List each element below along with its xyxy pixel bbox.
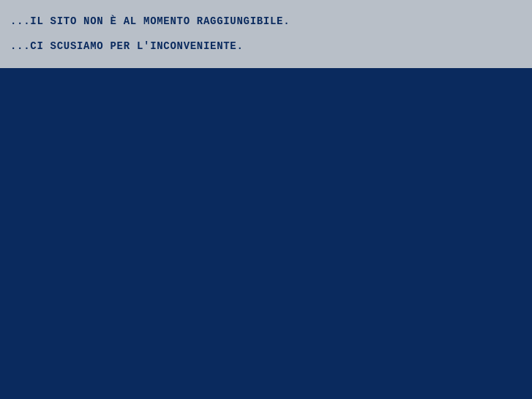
message-line-2: ...CI SCUSIAMO PER L'INCONVENIENTE. bbox=[10, 38, 522, 54]
message-box: ...IL SITO NON È AL MOMENTO RAGGIUNGIBIL… bbox=[0, 0, 532, 68]
message-line-1: ...IL SITO NON È AL MOMENTO RAGGIUNGIBIL… bbox=[10, 13, 522, 29]
